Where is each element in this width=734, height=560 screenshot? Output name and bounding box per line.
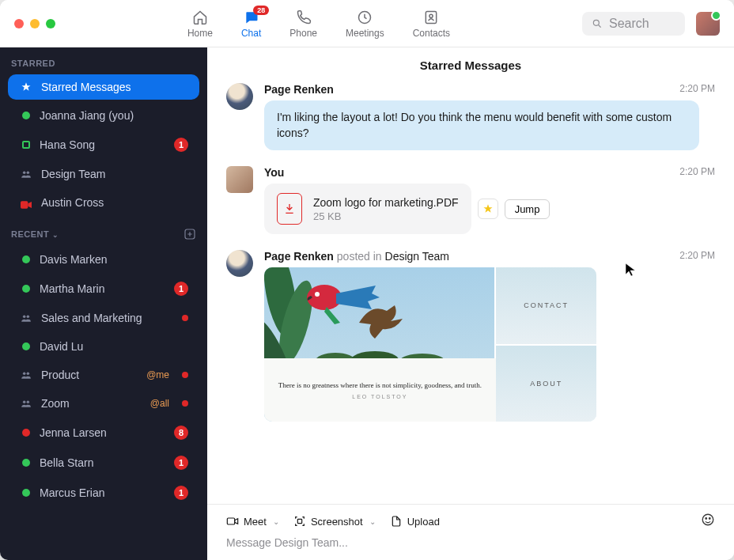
timestamp: 2:20 PM xyxy=(679,166,715,177)
profile-avatar[interactable] xyxy=(696,12,720,36)
upload-button[interactable]: Upload xyxy=(390,515,440,528)
video-icon xyxy=(226,515,239,528)
sidebar-section-starred: STARRED xyxy=(0,47,207,73)
composer: Meet ⌄ Screenshot ⌄ Upload xyxy=(207,504,734,560)
message-bubble[interactable]: I'm liking the layout a lot! Do you thin… xyxy=(264,100,699,150)
sidebar-item-user[interactable]: Martha Marin 1 xyxy=(8,275,199,302)
tab-chat[interactable]: 28 Chat xyxy=(241,9,261,39)
tab-home[interactable]: Home xyxy=(187,9,213,39)
section-label[interactable]: RECENT⌄ xyxy=(11,229,59,239)
item-label: Design Team xyxy=(41,168,188,180)
app-body: STARRED Starred Messages Joanna Jiang (y… xyxy=(0,47,734,560)
unread-badge: 1 xyxy=(174,456,188,470)
svg-point-13 xyxy=(27,401,30,404)
contacts-icon xyxy=(422,9,440,26)
tab-label: Chat xyxy=(241,28,261,39)
sidebar-item-user[interactable]: Marcus Erian 1 xyxy=(8,479,199,506)
video-icon xyxy=(21,199,32,206)
sidebar-item-channel[interactable]: Zoom @all xyxy=(8,391,199,416)
meet-button[interactable]: Meet ⌄ xyxy=(226,515,279,528)
message-input[interactable]: Message Design Team... xyxy=(226,536,715,549)
sidebar-item-channel[interactable]: Product @me xyxy=(8,362,199,388)
svg-point-24 xyxy=(702,514,713,525)
sidebar-section-recent: RECENT⌄ xyxy=(0,217,207,245)
sidebar-item-starred-messages[interactable]: Starred Messages xyxy=(8,74,199,100)
quote-panel: There is no greatness where there is not… xyxy=(264,358,496,422)
phone-icon xyxy=(295,9,312,26)
message: Page Renken I'm liking the layout a lot!… xyxy=(226,83,715,150)
tab-label: Contacts xyxy=(413,28,450,39)
avatar[interactable] xyxy=(226,250,253,277)
item-label: Bella Starn xyxy=(40,456,165,469)
svg-point-3 xyxy=(593,20,599,25)
image-attachment[interactable]: CONTACT ABOUT There is no greatness wher… xyxy=(264,267,596,422)
unread-badge: 8 xyxy=(174,426,188,440)
search-input[interactable]: Search xyxy=(582,12,685,36)
unread-badge: 1 xyxy=(174,138,188,152)
jump-button[interactable]: Jump xyxy=(505,199,550,219)
sidebar: STARRED Starred Messages Joanna Jiang (y… xyxy=(0,47,207,560)
tab-phone[interactable]: Phone xyxy=(289,9,317,39)
chevron-down-icon: ⌄ xyxy=(52,231,59,239)
chevron-down-icon: ⌄ xyxy=(369,517,376,526)
minimize-window-button[interactable] xyxy=(30,19,40,28)
item-label: Zoom xyxy=(41,397,141,410)
presence-online-icon xyxy=(22,459,30,467)
file-size: 25 KB xyxy=(313,210,459,222)
tab-contacts[interactable]: Contacts xyxy=(413,9,450,39)
item-label: Martha Marin xyxy=(40,282,165,295)
screenshot-button[interactable]: Screenshot ⌄ xyxy=(293,515,376,528)
item-label: Austin Cross xyxy=(41,196,188,209)
nav-contact: CONTACT xyxy=(496,267,596,346)
tab-meetings[interactable]: Meetings xyxy=(346,9,384,39)
add-chat-button[interactable] xyxy=(184,228,196,240)
presence-busy-icon xyxy=(22,429,30,437)
star-icon xyxy=(21,81,32,93)
presence-online-icon xyxy=(22,285,30,293)
svg-point-5 xyxy=(27,172,30,175)
sidebar-item-user[interactable]: Davis Marken xyxy=(8,247,199,272)
sidebar-item-channel[interactable]: Design Team xyxy=(8,161,199,187)
timestamp: 2:20 PM xyxy=(679,83,715,94)
app-window: Home 28 Chat Phone Meetings Contacts S xyxy=(0,0,734,560)
chat-badge: 28 xyxy=(253,6,269,15)
avatar[interactable] xyxy=(226,83,253,110)
sidebar-item-user[interactable]: Austin Cross xyxy=(8,190,199,215)
sidebar-item-channel[interactable]: Sales and Marketing xyxy=(8,305,199,331)
parrot-graphic xyxy=(297,274,384,329)
main-panel: Starred Messages Page Renken I'm liking … xyxy=(207,47,734,560)
group-icon xyxy=(21,398,32,409)
file-attachment[interactable]: Zoom logo for marketing.PDF 25 KB xyxy=(264,184,471,234)
svg-point-18 xyxy=(315,292,320,297)
search-placeholder: Search xyxy=(609,17,649,31)
sidebar-item-user[interactable]: Hana Song 1 xyxy=(8,131,199,158)
svg-point-4 xyxy=(23,172,26,175)
message: You Zoom logo for marketing.PDF 25 KB xyxy=(226,166,715,234)
sidebar-item-user[interactable]: Joanna Jiang (you) xyxy=(8,103,199,128)
message-list: Page Renken I'm liking the layout a lot!… xyxy=(207,83,734,504)
item-label: Starred Messages xyxy=(41,81,188,93)
tab-label: Phone xyxy=(289,28,317,39)
chevron-down-icon: ⌄ xyxy=(273,517,279,526)
item-label: Joanna Jiang (you) xyxy=(40,109,188,122)
item-label: Sales and Marketing xyxy=(41,312,172,324)
sender-label: You xyxy=(264,166,715,179)
sender-label: Page Renken xyxy=(264,83,715,96)
sidebar-item-user[interactable]: David Lu xyxy=(8,334,199,359)
search-icon xyxy=(592,18,603,29)
item-label: Davis Marken xyxy=(40,253,188,266)
svg-point-2 xyxy=(429,14,433,17)
mention-indicator: @me xyxy=(146,369,169,380)
svg-point-26 xyxy=(709,518,711,520)
sidebar-item-user[interactable]: Bella Starn 1 xyxy=(8,449,199,476)
close-window-button[interactable] xyxy=(14,19,24,28)
emoji-button[interactable] xyxy=(701,513,715,530)
file-name: Zoom logo for marketing.PDF xyxy=(313,196,459,209)
sidebar-item-user[interactable]: Jenna Larsen 8 xyxy=(8,419,199,446)
item-label: Jenna Larsen xyxy=(40,426,165,439)
maximize-window-button[interactable] xyxy=(46,19,55,28)
file-icon xyxy=(390,515,403,528)
star-button[interactable] xyxy=(478,199,498,219)
tab-label: Meetings xyxy=(346,28,384,39)
avatar[interactable] xyxy=(226,166,253,193)
